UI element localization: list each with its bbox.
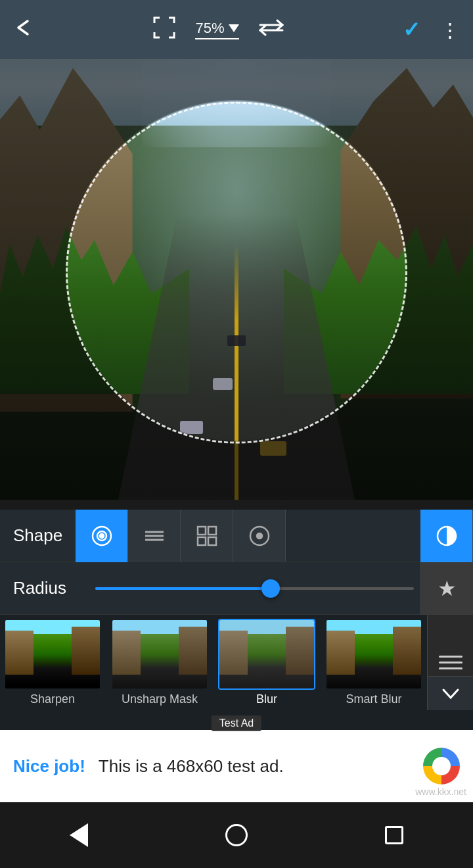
ad-logo: [423, 748, 460, 784]
ad-test-label: Test Ad: [212, 715, 261, 731]
shape-buttons: [76, 510, 473, 562]
zoom-value: 75%: [195, 20, 224, 37]
svg-marker-0: [229, 24, 239, 32]
radius-label: Radius: [13, 578, 89, 598]
back-nav-button[interactable]: [59, 815, 99, 855]
svg-rect-11: [198, 537, 206, 545]
filter-blur[interactable]: Blur: [214, 619, 319, 706]
shape-linear-button[interactable]: [128, 510, 181, 562]
shape-contrast-button[interactable]: [420, 510, 473, 562]
filter-row: Sharpen Unsharp Mask: [0, 615, 473, 710]
shape-row: Shape: [0, 510, 473, 562]
recent-nav-button[interactable]: [374, 815, 414, 855]
top-toolbar: 75% ✓ ⋮: [0, 0, 473, 59]
selection-circle[interactable]: [66, 102, 407, 444]
shape-dot-button[interactable]: [233, 510, 286, 562]
back-triangle-icon: [70, 823, 88, 847]
filter-sharpen[interactable]: Sharpen: [0, 619, 105, 706]
home-circle-icon: [225, 824, 248, 846]
menu-line-3: [439, 667, 462, 669]
ad-nice-label: Nice job!: [13, 756, 85, 777]
home-nav-button[interactable]: [217, 815, 256, 855]
swap-button[interactable]: [259, 18, 284, 41]
svg-rect-12: [208, 537, 216, 545]
filter-smart[interactable]: Smart Blur: [321, 619, 426, 706]
zoom-dropdown[interactable]: 75%: [195, 20, 238, 39]
watermark: www.kkx.net: [415, 786, 466, 797]
svg-rect-10: [208, 527, 216, 535]
filter-unsharp[interactable]: Unsharp Mask: [107, 619, 212, 706]
recent-square-icon: [385, 826, 403, 844]
fullscreen-button[interactable]: [153, 16, 175, 43]
back-button[interactable]: [13, 18, 34, 41]
filter-blur-label: Blur: [256, 692, 277, 706]
image-area: [0, 59, 473, 500]
radius-slider[interactable]: [89, 575, 420, 602]
star-button[interactable]: ★: [420, 562, 473, 615]
filter-items: Sharpen Unsharp Mask: [0, 615, 427, 710]
filter-unsharp-label: Unsharp Mask: [122, 692, 198, 706]
star-icon: ★: [438, 576, 457, 601]
filter-smart-label: Smart Blur: [346, 692, 401, 706]
shape-grid-button[interactable]: [181, 510, 233, 562]
ad-text: This is a 468x60 test ad.: [99, 756, 423, 777]
menu-line-1: [439, 656, 462, 658]
radius-row: Radius ★: [0, 562, 473, 615]
shape-label: Shape: [0, 525, 76, 546]
more-button[interactable]: ⋮: [440, 18, 460, 41]
bottom-panel: Shape: [0, 510, 473, 730]
confirm-button[interactable]: ✓: [403, 17, 420, 42]
svg-point-14: [257, 533, 262, 539]
ad-logo-inner: [432, 757, 451, 775]
shape-radial-button[interactable]: [76, 510, 128, 562]
svg-rect-9: [198, 527, 206, 535]
filter-sharpen-label: Sharpen: [30, 692, 75, 706]
nav-bar: [0, 802, 473, 868]
menu-line-2: [439, 662, 462, 663]
svg-point-5: [100, 534, 104, 538]
chevron-down-button[interactable]: [427, 676, 473, 710]
ad-banner[interactable]: Test Ad Nice job! This is a 468x60 test …: [0, 730, 473, 802]
